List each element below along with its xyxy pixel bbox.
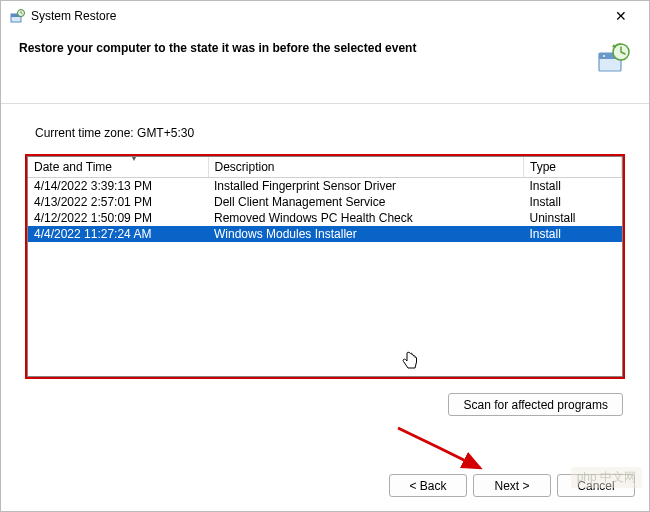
wizard-footer: < Back Next > Cancel xyxy=(1,464,649,511)
col-description[interactable]: Description xyxy=(208,157,524,178)
table-row[interactable]: 4/12/2022 1:50:09 PMRemoved Windows PC H… xyxy=(28,210,622,226)
system-restore-window: System Restore ✕ Restore your computer t… xyxy=(0,0,650,512)
cell-datetime: 4/13/2022 2:57:01 PM xyxy=(28,194,208,210)
restore-points-table[interactable]: Date and Time▾ Description Type 4/14/202… xyxy=(27,156,623,377)
cell-type: Install xyxy=(524,194,622,210)
cell-datetime: 4/12/2022 1:50:09 PM xyxy=(28,210,208,226)
cell-description: Windows Modules Installer xyxy=(208,226,524,242)
table-row[interactable]: 4/13/2022 2:57:01 PMDell Client Manageme… xyxy=(28,194,622,210)
cell-description: Dell Client Management Service xyxy=(208,194,524,210)
restore-large-icon xyxy=(595,41,631,77)
svg-point-5 xyxy=(603,55,605,57)
cell-datetime: 4/4/2022 11:27:24 AM xyxy=(28,226,208,242)
restore-points-highlight: Date and Time▾ Description Type 4/14/202… xyxy=(25,154,625,379)
restore-table: Date and Time▾ Description Type 4/14/202… xyxy=(28,157,622,242)
restore-icon xyxy=(9,8,25,24)
cell-datetime: 4/14/2022 3:39:13 PM xyxy=(28,178,208,195)
window-title: System Restore xyxy=(31,9,116,23)
col-type[interactable]: Type xyxy=(524,157,622,178)
content-area: Current time zone: GMT+5:30 Date and Tim… xyxy=(1,104,649,464)
header-text: Restore your computer to the state it wa… xyxy=(19,41,585,55)
table-row[interactable]: 4/14/2022 3:39:13 PMInstalled Fingerprin… xyxy=(28,178,622,195)
back-button[interactable]: < Back xyxy=(389,474,467,497)
cell-description: Installed Fingerprint Sensor Driver xyxy=(208,178,524,195)
cell-type: Uninstall xyxy=(524,210,622,226)
cell-description: Removed Windows PC Health Check xyxy=(208,210,524,226)
sort-desc-icon: ▾ xyxy=(132,154,136,163)
cell-type: Install xyxy=(524,178,622,195)
col-datetime[interactable]: Date and Time▾ xyxy=(28,157,208,178)
table-row[interactable]: 4/4/2022 11:27:24 AMWindows Modules Inst… xyxy=(28,226,622,242)
scan-affected-button[interactable]: Scan for affected programs xyxy=(448,393,623,416)
wizard-header: Restore your computer to the state it wa… xyxy=(1,31,649,104)
scan-row: Scan for affected programs xyxy=(19,379,631,424)
titlebar: System Restore ✕ xyxy=(1,1,649,31)
next-button[interactable]: Next > xyxy=(473,474,551,497)
timezone-label: Current time zone: GMT+5:30 xyxy=(35,126,631,140)
close-button[interactable]: ✕ xyxy=(601,1,641,31)
cell-type: Install xyxy=(524,226,622,242)
watermark: php 中文网 xyxy=(571,467,642,488)
